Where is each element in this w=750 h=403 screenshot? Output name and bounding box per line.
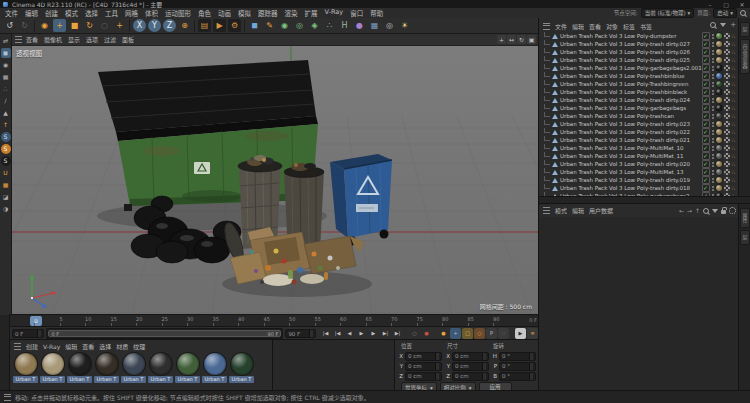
material-tag-icon[interactable] [716,177,722,183]
lock-y-axis-icon[interactable]: Y [148,19,161,32]
material-item[interactable]: Urban T [40,353,65,383]
main-menu-item[interactable]: 扩展 [305,8,318,18]
autokey-button[interactable]: ● [421,328,432,339]
viewport-toggle-icon[interactable]: ▣ [527,35,536,44]
cloner-array-icon[interactable]: ▦ [368,19,381,32]
history-arrow-icon[interactable]: ↑ [695,207,700,214]
material-menu-item[interactable]: V-Ray [43,343,60,350]
viewport-menu-item[interactable]: 查看 [26,35,38,44]
phong-tag-icon[interactable]: ∴ [732,161,736,167]
timeline-range-bar[interactable]: 0 F 90 F [48,330,281,337]
visibility-dots-icon[interactable] [712,130,714,135]
current-frame-field[interactable]: 0 F [12,329,44,338]
material-item[interactable]: Urban T [229,353,254,383]
minimize-button[interactable]: – [702,1,718,8]
render-picture-viewer-icon[interactable]: ▶ [213,19,226,32]
material-item[interactable]: Urban T [67,353,92,383]
visibility-dots-icon[interactable] [712,90,714,95]
viewport-pan-icon[interactable]: + [497,35,506,44]
texture-tag-icon[interactable] [724,145,730,151]
material-item[interactable]: Urban T [13,353,38,383]
material-tag-icon[interactable] [716,41,722,47]
material-tag-icon[interactable] [716,137,722,143]
camera-icon[interactable]: ◎ [383,19,396,32]
visibility-check-icon[interactable]: ✓ [702,160,710,168]
texture-tag-icon[interactable] [724,113,730,119]
maximize-button[interactable]: ▢ [718,1,734,8]
main-menu-item[interactable]: 渲染 [285,8,298,18]
visibility-check-icon[interactable]: ✓ [702,80,710,88]
phong-tag-icon[interactable]: ∴ [732,33,736,39]
visibility-dots-icon[interactable] [712,114,714,119]
material-tag-icon[interactable] [716,105,722,111]
attribute-manager-tab[interactable]: 模式 [555,206,567,215]
visibility-dots-icon[interactable] [712,138,714,143]
lock-x-axis-icon[interactable]: X [133,19,146,32]
texture-tag-icon[interactable] [724,73,730,79]
material-tag-icon[interactable] [716,81,722,87]
visibility-dots-icon[interactable] [712,98,714,103]
phong-tag-icon[interactable]: ∴ [732,105,736,111]
texture-tag-icon[interactable] [724,65,730,71]
quantize-icon[interactable]: ▦ [1,180,11,190]
object-manager-menu-item[interactable]: 标签 [623,22,635,31]
dock-tab[interactable]: 内容浏览器 [740,39,750,74]
texture-tag-icon[interactable] [724,161,730,167]
phong-tag-icon[interactable]: ∴ [732,153,736,159]
edges-mode-icon[interactable]: / [1,96,11,106]
visibility-dots-icon[interactable] [712,178,714,183]
visibility-check-icon[interactable]: ✓ [702,152,710,160]
phong-tag-icon[interactable]: ∴ [732,129,736,135]
render-view-icon[interactable]: ▤ [198,19,211,32]
texture-tag-icon[interactable] [724,57,730,63]
record-position-button[interactable]: + [450,328,461,339]
next-frame-button[interactable]: ▶ [368,328,379,339]
phong-tag-icon[interactable]: ∴ [732,97,736,103]
object-row[interactable]: Urban Trash Pack Vol 3 Low Poly-trash di… [539,136,739,144]
history-arrow-icon[interactable]: → [687,207,692,214]
object-row[interactable]: Urban Trash Pack Vol 3 Low Poly-trash di… [539,160,739,168]
visibility-check-icon[interactable]: ✓ [702,96,710,104]
material-menu-item[interactable]: 选择 [99,342,111,351]
visibility-dots-icon[interactable] [712,106,714,111]
filter-icon[interactable] [712,209,718,213]
object-row[interactable]: Urban Trash Pack Vol 3 Low Poly-MultiMat… [539,144,739,152]
stepper[interactable] [482,373,486,380]
add-tool-icon[interactable]: + [113,19,126,32]
stepper[interactable] [529,373,533,380]
material-menu-item[interactable]: 查看 [82,342,94,351]
stepper[interactable] [37,330,41,337]
visibility-check-icon[interactable]: ✓ [702,64,710,72]
end-frame-field[interactable]: 90 F [285,329,316,338]
main-menu-item[interactable]: 帮助 [370,8,383,18]
snap-icon[interactable]: U [1,168,11,178]
filter-icon[interactable] [720,23,726,27]
viewport-menu-item[interactable]: 摄像机 [44,35,62,44]
material-menu-item[interactable]: 编辑 [65,342,77,351]
material-tag-icon[interactable] [716,49,722,55]
visibility-check-icon[interactable]: ✓ [702,128,710,136]
attribute-menu-icon[interactable] [543,207,550,214]
scale-tool-icon[interactable]: ■ [68,19,81,32]
texture-tag-icon[interactable] [724,33,730,39]
timeline-ruler[interactable]: 0 0 F 0510152025303540455055606570758085… [10,315,540,327]
workplane-mode-icon[interactable]: ▦ [1,72,11,82]
texture-tag-icon[interactable] [724,185,730,191]
object-row[interactable]: Urban Trash Pack Vol 3 Low Poly-trash di… [539,40,739,48]
texture-tag-icon[interactable] [724,129,730,135]
main-menu-item[interactable]: 运动图形 [165,8,191,18]
dock-tab[interactable]: 层 [740,230,750,245]
prev-frame-button[interactable]: ◀ [344,328,355,339]
phong-tag-icon[interactable]: ∴ [732,73,736,79]
material-menu-item[interactable]: 材质 [116,342,128,351]
viewport-menu-item[interactable]: 面板 [122,35,134,44]
search-icon[interactable] [703,208,709,214]
phong-tag-icon[interactable]: ∴ [732,41,736,47]
material-menu-item[interactable]: 纹理 [133,342,145,351]
visibility-dots-icon[interactable] [712,34,714,39]
coordinate-value-field[interactable]: 0 cm [452,372,489,381]
visibility-check-icon[interactable]: ✓ [702,32,710,40]
object-row[interactable]: Urban Trash Pack Vol 3 Low Poly-MultiMat… [539,168,739,176]
object-row[interactable]: Urban Trash Pack Vol 3 Low Poly-trash di… [539,56,739,64]
timeline-range-slider[interactable]: 0 F 90 F [46,328,283,339]
